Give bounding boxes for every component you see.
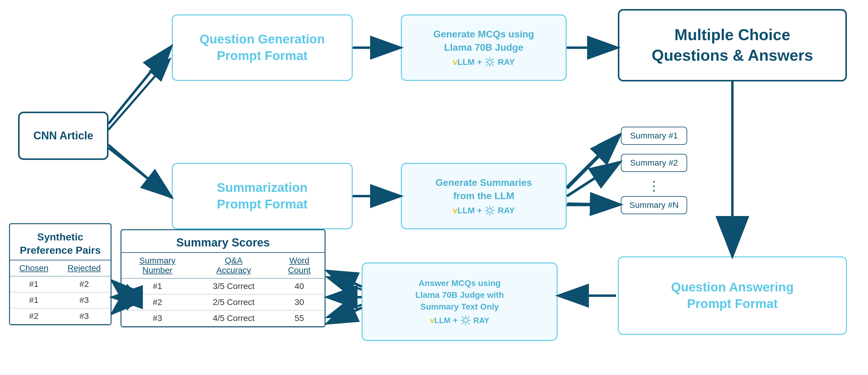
summary-dots: ⋮: [621, 179, 687, 192]
svg-line-3: [108, 145, 169, 196]
col-header-acc: Q&AAccuracy: [193, 253, 274, 279]
ray-label-1: RAY: [498, 56, 515, 68]
svg-line-26: [486, 64, 488, 66]
table-row: #1 3/5 Correct 40: [121, 279, 324, 294]
svg-line-17: [114, 305, 121, 311]
svg-line-23: [486, 58, 488, 60]
col-header-num: SummaryNumber: [121, 253, 193, 279]
table-row: #2 2/5 Correct 30: [121, 294, 324, 311]
row3-acc: 4/5 Correct: [193, 311, 274, 326]
svg-line-55: [329, 271, 362, 287]
pref-col-chosen: Chosen: [10, 260, 58, 276]
summary-scores-title: Summary Scores: [121, 230, 324, 252]
mcqa-box: Multiple ChoiceQuestions & Answers: [618, 9, 847, 82]
svg-line-12: [329, 278, 362, 290]
cnn-article-label: CNN Article: [33, 129, 93, 142]
svg-line-8: [567, 163, 618, 196]
summary-1-box: Summary #1: [621, 127, 687, 145]
svg-line-58: [114, 282, 121, 288]
svg-line-35: [486, 213, 488, 214]
diagram: CNN Article Question GenerationPrompt Fo…: [0, 0, 868, 375]
sum-prompt-label: SummarizationPrompt Format: [217, 179, 307, 212]
pref-row: #1 #2: [10, 276, 111, 292]
svg-point-27: [488, 208, 492, 213]
vllm-logo: vLLM: [453, 56, 475, 68]
row2-acc: 2/5 Correct: [193, 294, 274, 311]
gen-sums-content: Generate Summariesfrom the LLM vLLM + RA…: [435, 176, 532, 217]
vllm-logo-2: vLLM: [453, 205, 475, 216]
pref-r2-rejected: #3: [58, 292, 111, 308]
pref-r3-chosen: #2: [10, 308, 58, 324]
row2-wc: 30: [274, 294, 324, 311]
ans-mcqs-label: Answer MCQs usingLlama 70B Judge withSum…: [415, 277, 504, 313]
qa-prompt-label: Question AnsweringPrompt Format: [671, 279, 794, 312]
vllm-logo-3: vLLM: [430, 315, 451, 326]
summary-n-label: Summary #N: [629, 200, 678, 210]
mcqa-label: Multiple ChoiceQuestions & Answers: [652, 25, 813, 65]
svg-line-57: [329, 308, 362, 323]
cnn-article-box: CNN Article: [18, 112, 108, 160]
synth-pref-data: Chosen Rejected #1 #2 #1 #3 #2 #3: [10, 260, 111, 324]
pref-r1-chosen: #1: [10, 276, 58, 292]
svg-line-41: [462, 316, 463, 318]
pref-col-rejected: Rejected: [58, 260, 111, 276]
qg-prompt-box: Question GenerationPrompt Format: [172, 15, 352, 81]
ray-icon-2: [484, 205, 495, 216]
svg-point-36: [464, 318, 468, 322]
ans-mcqs-content: Answer MCQs usingLlama 70B Judge withSum…: [415, 277, 504, 326]
summary-n-box: Summary #N: [621, 196, 687, 214]
pref-row: #1 #3: [10, 292, 111, 308]
pref-r2-chosen: #1: [10, 292, 58, 308]
gen-mcqs-llm-ray: vLLM + RAY: [453, 56, 515, 68]
svg-line-60: [114, 306, 121, 312]
svg-line-33: [492, 213, 494, 214]
row1-num: #1: [121, 279, 193, 294]
gen-sums-label: Generate Summariesfrom the LLM: [435, 176, 532, 203]
qa-prompt-box: Question AnsweringPrompt Format: [618, 256, 847, 335]
pref-r3-rejected: #3: [58, 308, 111, 324]
svg-line-14: [329, 305, 362, 317]
ray-icon-1: [484, 57, 495, 67]
row3-wc: 55: [274, 311, 324, 326]
row1-wc: 40: [274, 279, 324, 294]
synth-pref-title: SyntheticPreference Pairs: [10, 224, 111, 260]
svg-line-52: [567, 204, 619, 205]
ray-icon-3: [460, 315, 471, 326]
row1-acc: 3/5 Correct: [193, 279, 274, 294]
svg-line-42: [468, 322, 469, 324]
ray-label-3: RAY: [473, 315, 490, 326]
gen-mcqs-box: Generate MCQs usingLlama 70B Judge vLLM …: [401, 15, 567, 81]
summary-1-label: Summary #1: [630, 131, 678, 141]
gen-sums-llm-ray: vLLM + RAY: [453, 205, 515, 216]
ans-mcqs-box: Answer MCQs usingLlama 70B Judge withSum…: [362, 262, 558, 341]
svg-line-2: [108, 60, 169, 130]
svg-point-18: [488, 60, 492, 64]
gen-sums-box: Generate Summariesfrom the LLM vLLM + RA…: [401, 163, 567, 229]
dots-label: ⋮: [647, 178, 661, 193]
plus-sign-1: +: [477, 56, 482, 68]
svg-line-51: [567, 163, 619, 196]
qg-prompt-label: Question GenerationPrompt Format: [199, 31, 324, 64]
summary-2-box: Summary #2: [621, 154, 687, 172]
svg-line-24: [492, 64, 494, 66]
pref-r1-rejected: #2: [58, 276, 111, 292]
summary-scores-table: Summary Scores SummaryNumber Q&AAccuracy…: [121, 229, 326, 327]
gen-mcqs-label: Generate MCQs usingLlama 70B Judge: [433, 27, 534, 55]
svg-line-32: [486, 207, 488, 208]
svg-line-44: [462, 322, 463, 324]
plus-sign-3: +: [453, 314, 458, 326]
summary-scores-data: SummaryNumber Q&AAccuracy WordCount #1 3…: [121, 252, 324, 326]
row2-num: #2: [121, 294, 193, 311]
ray-label-2: RAY: [498, 205, 515, 216]
svg-line-50: [567, 136, 619, 189]
pref-row: #2 #3: [10, 308, 111, 324]
synth-pref-table: SyntheticPreference Pairs Chosen Rejecte…: [9, 223, 112, 325]
sum-prompt-box: SummarizationPrompt Format: [172, 163, 352, 229]
svg-line-43: [468, 316, 469, 318]
col-header-wc: WordCount: [274, 253, 324, 279]
gen-mcqs-content: Generate MCQs usingLlama 70B Judge vLLM …: [433, 27, 534, 68]
svg-line-25: [492, 58, 494, 60]
summary-2-label: Summary #2: [630, 158, 678, 168]
svg-line-7: [567, 136, 618, 187]
svg-line-34: [492, 207, 494, 208]
